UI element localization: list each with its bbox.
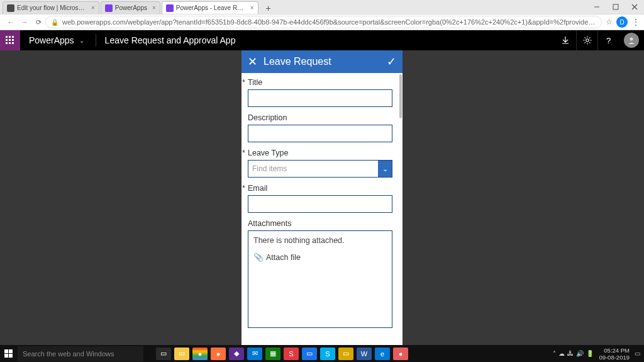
- new-tab-button[interactable]: +: [262, 3, 275, 14]
- svg-rect-24: [9, 349, 13, 353]
- help-icon[interactable]: ?: [597, 30, 619, 50]
- firefox-icon[interactable]: ●: [211, 348, 226, 360]
- close-tab-icon[interactable]: ×: [152, 4, 156, 11]
- submit-check-icon[interactable]: ✓: [387, 55, 396, 69]
- clock-date: 09-08-2019: [599, 354, 630, 361]
- svg-rect-9: [12, 39, 14, 41]
- form-body: * Title Description * Leave Type: [242, 73, 402, 345]
- skype-icon[interactable]: S: [320, 348, 335, 360]
- visual-studio-icon[interactable]: ◆: [229, 348, 244, 360]
- close-form-icon[interactable]: ✕: [248, 55, 257, 69]
- email-label: * Email: [248, 184, 392, 193]
- address-bar[interactable]: 🔒 web.powerapps.com/webplayer/app?tenant…: [45, 16, 602, 28]
- file-explorer-icon[interactable]: ▭: [174, 348, 189, 360]
- svg-rect-7: [6, 39, 8, 41]
- phone-frame: ✕ Leave Request ✓ * Title Description: [242, 50, 402, 345]
- snagit-icon[interactable]: S: [284, 348, 299, 360]
- lock-icon: 🔒: [51, 19, 58, 26]
- svg-rect-1: [613, 4, 618, 9]
- gear-icon[interactable]: [576, 30, 597, 50]
- taskbar-clock[interactable]: 05:24 PM 09-08-2019: [596, 347, 632, 361]
- browser-tab-active[interactable]: PowerApps - Leave Request and ×: [162, 1, 258, 14]
- tray-caret-icon[interactable]: ˄: [553, 350, 556, 357]
- task-view-icon[interactable]: ▭: [156, 348, 171, 360]
- close-window-button[interactable]: [625, 0, 644, 14]
- attach-file-row[interactable]: 📎 Attach file: [253, 252, 387, 262]
- required-star: *: [242, 184, 245, 193]
- svg-line-21: [584, 42, 585, 43]
- browser-tab[interactable]: Edit your flow | Microsoft Flow ×: [3, 1, 99, 14]
- svg-rect-12: [12, 42, 14, 44]
- tab-title: PowerApps: [115, 4, 147, 11]
- divider: [96, 34, 96, 47]
- taskbar-search-placeholder: Search the web and Windows: [23, 350, 114, 358]
- leave-type-search[interactable]: [248, 161, 378, 177]
- forward-button[interactable]: →: [18, 15, 31, 29]
- reload-button[interactable]: ⟳: [31, 15, 45, 29]
- profile-avatar[interactable]: D: [616, 16, 628, 28]
- edge-icon[interactable]: e: [375, 348, 390, 360]
- close-tab-icon[interactable]: ×: [91, 4, 95, 11]
- tray-onedrive-icon[interactable]: ☁: [558, 350, 565, 357]
- chevron-down-icon[interactable]: ⌄: [378, 161, 392, 177]
- taskbar-apps: ▭ ▭ ● ● ◆ ✉ ▦ S ▭ S ▭ W e ●: [156, 348, 408, 360]
- powerapps-favicon: [105, 4, 113, 12]
- user-persona-icon[interactable]: [624, 33, 639, 48]
- required-star: *: [242, 149, 245, 157]
- app-canvas: ✕ Leave Request ✓ * Title Description: [0, 50, 644, 345]
- svg-point-22: [630, 38, 633, 41]
- attach-file-label: Attach file: [266, 253, 301, 262]
- system-tray: ˄ ☁ 🖧 🔊 🔋 05:24 PM 09-08-2019 ▭: [553, 347, 644, 361]
- outlook-icon[interactable]: ✉: [247, 348, 262, 360]
- bookmark-icon[interactable]: ☆: [606, 18, 613, 26]
- window-controls: [587, 0, 644, 14]
- browser-toolbar: ← → ⟳ 🔒 web.powerapps.com/webplayer/app?…: [0, 14, 644, 30]
- form-title: Leave Request: [264, 56, 387, 67]
- scrollbar[interactable]: [399, 74, 402, 118]
- excel-icon[interactable]: ▦: [265, 348, 280, 360]
- title-label: * Title: [248, 78, 392, 87]
- leave-type-label: * Leave Type: [248, 149, 392, 157]
- tray-battery-icon[interactable]: 🔋: [586, 350, 594, 357]
- sticky-notes-icon[interactable]: ▭: [338, 348, 353, 360]
- minimize-button[interactable]: [587, 0, 606, 14]
- svg-rect-4: [6, 36, 8, 38]
- close-tab-icon[interactable]: ×: [250, 4, 254, 11]
- app-icon[interactable]: ●: [393, 348, 408, 360]
- chrome-icon[interactable]: ●: [192, 348, 208, 360]
- tray-volume-icon[interactable]: 🔊: [576, 350, 584, 357]
- title-input[interactable]: [248, 89, 392, 107]
- leave-type-combo[interactable]: ⌄: [248, 160, 392, 178]
- powerapps-favicon: [166, 4, 174, 12]
- clock-time: 05:24 PM: [599, 347, 630, 354]
- app-launcher-icon[interactable]: [0, 30, 20, 50]
- maximize-button[interactable]: [606, 0, 625, 14]
- attachments-label: Attachments: [248, 219, 392, 228]
- flow-favicon: [7, 4, 14, 12]
- svg-rect-25: [4, 354, 8, 358]
- powerapps-brand[interactable]: PowerApps ⌄: [20, 35, 92, 45]
- powerapps-header: PowerApps ⌄ Leave Request and Approval A…: [0, 30, 644, 50]
- action-center-icon[interactable]: ▭: [635, 350, 640, 357]
- brand-label: PowerApps: [29, 35, 74, 45]
- tray-network-icon[interactable]: 🖧: [567, 350, 574, 357]
- svg-rect-5: [9, 36, 11, 38]
- browser-menu-icon[interactable]: ⋮: [631, 17, 640, 27]
- start-button[interactable]: [0, 345, 18, 362]
- back-button[interactable]: ←: [4, 15, 18, 29]
- svg-rect-23: [4, 349, 8, 353]
- email-input[interactable]: [248, 195, 392, 213]
- form-header: ✕ Leave Request ✓: [242, 50, 402, 73]
- taskbar-search[interactable]: Search the web and Windows: [18, 346, 143, 361]
- word-icon[interactable]: W: [357, 348, 372, 360]
- download-icon[interactable]: [555, 30, 576, 50]
- avatar-letter: D: [619, 19, 624, 26]
- svg-line-18: [584, 38, 585, 38]
- attachments-box[interactable]: There is nothing attached. 📎 Attach file: [248, 230, 392, 328]
- rdp-icon[interactable]: ▭: [302, 348, 317, 360]
- browser-tab[interactable]: PowerApps ×: [101, 1, 160, 14]
- browser-tab-strip: Edit your flow | Microsoft Flow × PowerA…: [0, 0, 644, 14]
- description-input[interactable]: [248, 125, 392, 142]
- url-text: web.powerapps.com/webplayer/app?tenantId…: [62, 18, 596, 26]
- windows-taskbar: Search the web and Windows ▭ ▭ ● ● ◆ ✉ ▦…: [0, 345, 644, 362]
